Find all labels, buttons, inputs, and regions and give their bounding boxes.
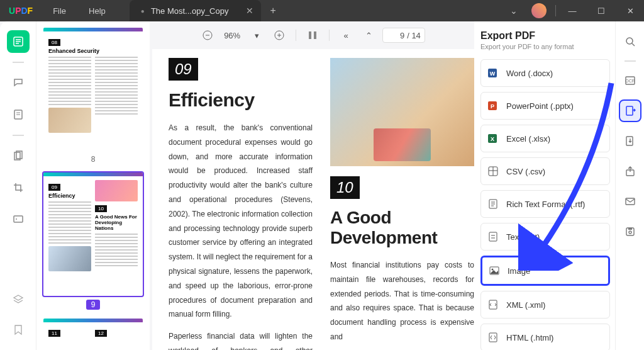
- svg-point-38: [626, 38, 633, 44]
- csv-icon: [487, 166, 499, 177]
- zoom-out-button[interactable]: [199, 26, 216, 44]
- zoom-level: 96%: [221, 31, 243, 40]
- right-tool-rail: OCR: [615, 21, 644, 350]
- page-tool-button[interactable]: [7, 145, 30, 167]
- section-number: 09: [169, 58, 198, 81]
- word-icon: W: [487, 67, 499, 79]
- body-text: As a result, the bank's conventional doc…: [169, 121, 313, 322]
- app-logo: UPDF: [0, 6, 42, 16]
- svg-text:OCR: OCR: [625, 79, 635, 83]
- menu-help[interactable]: Help: [77, 6, 117, 16]
- export-option-text[interactable]: Text (.txt): [480, 223, 610, 251]
- crop-tool-button[interactable]: [7, 176, 30, 199]
- section-title: Efficiency: [169, 89, 313, 111]
- svg-point-10: [16, 218, 17, 220]
- comment-tool-button[interactable]: [7, 72, 30, 94]
- section-number: 10: [330, 176, 360, 199]
- export-option-csv[interactable]: CSV (.csv): [480, 157, 610, 185]
- text-icon: [487, 231, 499, 242]
- svg-point-47: [629, 231, 631, 234]
- powerpoint-icon: P: [487, 100, 499, 111]
- page-thumbnail[interactable]: 09 Efficiency 10 A Good News For Develop…: [42, 171, 144, 312]
- ocr-button[interactable]: OCR: [619, 69, 641, 92]
- thumbnail-label: 8: [42, 152, 144, 166]
- svg-rect-45: [626, 198, 635, 205]
- svg-line-39: [632, 43, 635, 46]
- export-title: Export PDF: [480, 30, 610, 42]
- window-close-button[interactable]: ✕: [616, 0, 644, 21]
- add-tab-button[interactable]: +: [261, 5, 284, 16]
- document-page: 09 Efficiency As a result, the bank's co…: [152, 49, 474, 350]
- document-view: 96% ▾ « ⌃ / 14 09 Efficiency As a result…: [150, 21, 474, 350]
- svg-rect-16: [309, 31, 311, 39]
- zoom-in-button[interactable]: [270, 26, 288, 44]
- layers-button[interactable]: [7, 288, 30, 311]
- svg-rect-31: [489, 232, 497, 241]
- view-toolbar: 96% ▾ « ⌃ / 14: [150, 21, 474, 49]
- export-subtitle: Export your PDF to any format: [480, 43, 610, 50]
- export-option-word[interactable]: W Word (.docx): [480, 59, 610, 87]
- export-option-excel[interactable]: X Excel (.xlsx): [480, 125, 610, 152]
- scroll-up-button[interactable]: ⌃: [360, 26, 377, 44]
- convert-button[interactable]: [619, 130, 641, 152]
- bookmark-button[interactable]: [7, 319, 30, 341]
- export-option-xml[interactable]: XML (.xml): [480, 291, 610, 319]
- body-text: Paperless financial data will lighten th…: [169, 329, 313, 350]
- window-maximize-button[interactable]: ☐: [587, 0, 615, 21]
- menu-file[interactable]: File: [42, 6, 77, 16]
- thumbnail-label: 9: [42, 297, 144, 312]
- export-option-image[interactable]: Image: [480, 256, 610, 286]
- form-tool-button[interactable]: [7, 208, 30, 230]
- export-option-html[interactable]: HTML (.html): [480, 324, 610, 350]
- share-button[interactable]: [619, 160, 641, 183]
- svg-point-35: [492, 269, 494, 271]
- export-button[interactable]: [619, 99, 641, 122]
- document-tab[interactable]: ● The Most...opy_Copy ✕: [130, 0, 262, 21]
- page-indicator[interactable]: / 14: [382, 28, 425, 43]
- zoom-dropdown-button[interactable]: ▾: [248, 26, 265, 44]
- rtf-icon: [487, 198, 499, 210]
- svg-rect-36: [489, 300, 497, 309]
- window-minimize-button[interactable]: —: [558, 0, 586, 21]
- excel-icon: X: [487, 133, 499, 144]
- svg-rect-17: [314, 31, 316, 39]
- page-column-a: 09 Efficiency As a result, the bank's co…: [169, 58, 313, 350]
- svg-text:P: P: [491, 103, 494, 110]
- page-thumbnail[interactable]: 11 12: [42, 317, 144, 342]
- section-title: A Good Development: [330, 208, 474, 248]
- svg-rect-48: [628, 228, 632, 230]
- tab-close-icon[interactable]: ✕: [246, 6, 253, 16]
- thumbnail-panel: 08 Enhanced Security 8 09 Ef: [36, 21, 150, 350]
- svg-rect-43: [626, 137, 633, 145]
- svg-rect-42: [626, 106, 633, 115]
- hero-image: [330, 58, 474, 166]
- titlebar: UPDF File Help ● The Most...opy_Copy ✕ +…: [0, 0, 644, 21]
- svg-rect-9: [14, 216, 23, 222]
- page-total: 14: [411, 31, 420, 40]
- tab-title: The Most...opy_Copy: [151, 6, 229, 16]
- edit-tool-button[interactable]: [7, 103, 30, 126]
- chevron-down-icon[interactable]: ⌄: [504, 6, 524, 16]
- tab-dot-icon: ●: [141, 8, 145, 14]
- export-option-powerpoint[interactable]: P PowerPoint (.pptx): [480, 92, 610, 120]
- xml-icon: [487, 299, 499, 310]
- left-tool-rail: [0, 21, 36, 350]
- page-thumbnail[interactable]: 08 Enhanced Security 8: [42, 26, 144, 166]
- export-panel: Export PDF Export your PDF to any format…: [474, 21, 615, 350]
- search-button[interactable]: [619, 30, 641, 53]
- first-page-button[interactable]: «: [337, 26, 355, 44]
- save-button[interactable]: [619, 220, 641, 243]
- image-icon: [489, 265, 500, 276]
- export-option-rtf[interactable]: Rich Text Format (.rtf): [480, 190, 610, 218]
- page-input[interactable]: [387, 28, 407, 42]
- svg-text:W: W: [490, 71, 496, 77]
- svg-text:X: X: [491, 136, 494, 142]
- page-layout-button[interactable]: [304, 26, 321, 44]
- email-button[interactable]: [619, 190, 641, 213]
- user-avatar[interactable]: [531, 3, 547, 18]
- body-text: Most financial institutions pay costs to…: [330, 258, 474, 344]
- html-icon: [487, 332, 499, 343]
- reader-mode-button[interactable]: [7, 30, 30, 53]
- page-column-b: 10 A Good Development Most financial ins…: [330, 58, 474, 350]
